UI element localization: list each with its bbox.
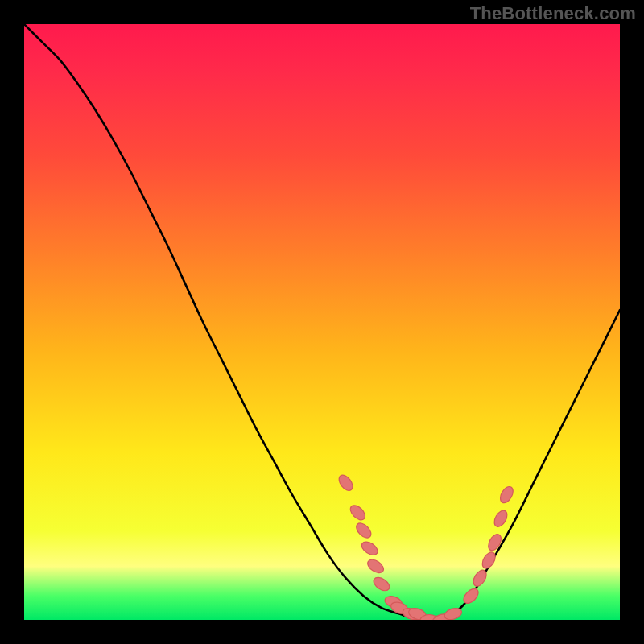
bottleneck-curve	[24, 24, 620, 620]
marker-group	[336, 473, 516, 620]
data-marker	[497, 485, 515, 506]
data-marker	[348, 502, 368, 522]
data-marker	[359, 539, 380, 558]
chart-svg	[24, 24, 620, 620]
data-marker	[371, 575, 392, 593]
data-marker	[336, 473, 356, 493]
data-marker	[480, 550, 497, 571]
data-marker	[486, 532, 504, 553]
data-marker	[492, 508, 510, 529]
data-marker	[365, 557, 386, 576]
watermark-text: TheBottleneck.com	[470, 3, 636, 24]
chart-frame: TheBottleneck.com	[0, 0, 644, 644]
data-marker	[353, 521, 374, 541]
